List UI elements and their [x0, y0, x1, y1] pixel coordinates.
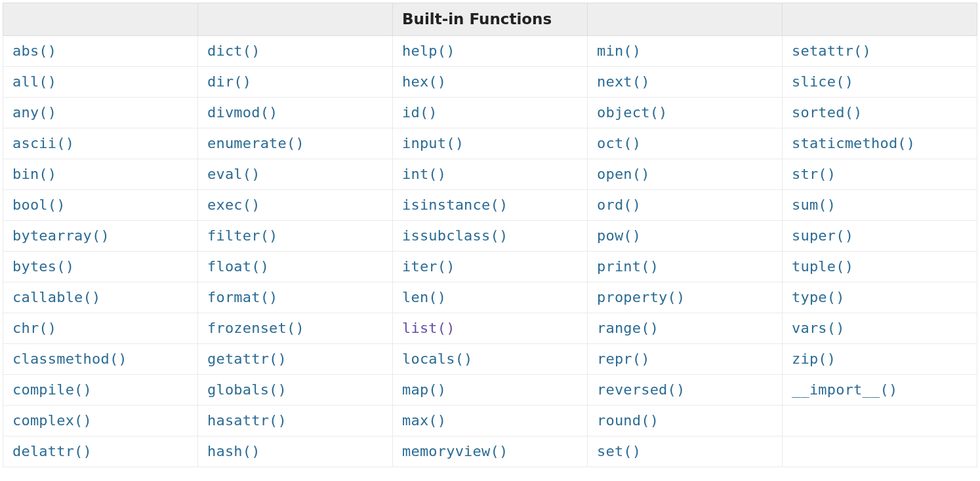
function-link[interactable]: bin() [12, 166, 56, 182]
function-link[interactable]: memoryview() [402, 443, 508, 459]
col-header [3, 3, 198, 36]
function-link[interactable]: isinstance() [402, 197, 508, 213]
col-header [588, 3, 783, 36]
table-cell: exec() [198, 190, 393, 221]
function-link[interactable]: eval() [207, 166, 260, 182]
function-link[interactable]: str() [792, 166, 836, 182]
function-link[interactable]: delattr() [12, 443, 92, 459]
function-link[interactable]: bool() [12, 197, 66, 213]
function-link[interactable]: exec() [207, 197, 260, 213]
function-link[interactable]: tuple() [792, 258, 853, 275]
function-link[interactable]: issubclass() [402, 227, 508, 244]
function-link[interactable]: len() [402, 289, 446, 305]
function-link[interactable]: complex() [12, 412, 92, 429]
table-cell: eval() [198, 159, 393, 190]
function-link[interactable]: sum() [792, 197, 836, 213]
table-row: chr()frozenset()list()range()vars() [3, 313, 977, 344]
table-cell: map() [393, 375, 588, 406]
table-cell: repr() [588, 344, 783, 375]
table-cell: oct() [588, 128, 783, 159]
table-cell: hex() [393, 67, 588, 98]
function-link[interactable]: oct() [597, 135, 641, 151]
function-link[interactable]: help() [402, 43, 455, 59]
table-cell: str() [783, 159, 977, 190]
function-link[interactable]: reversed() [597, 381, 685, 398]
function-link[interactable]: repr() [597, 351, 650, 367]
function-link[interactable]: hash() [207, 443, 260, 459]
function-link[interactable]: hex() [402, 73, 446, 90]
function-link[interactable]: id() [402, 104, 438, 121]
table-row: complex()hasattr()max()round() [3, 406, 977, 436]
table-cell: range() [588, 313, 783, 344]
function-link[interactable]: set() [597, 443, 641, 459]
builtins-table: Built-in Functions abs()dict()help()min(… [3, 3, 977, 467]
function-link[interactable]: type() [792, 289, 845, 305]
function-link[interactable]: compile() [12, 381, 92, 398]
function-link[interactable]: enumerate() [207, 135, 304, 151]
function-link[interactable]: max() [402, 412, 446, 429]
function-link[interactable]: locals() [402, 351, 473, 367]
function-link[interactable]: iter() [402, 258, 455, 275]
function-link[interactable]: slice() [792, 73, 853, 90]
function-link[interactable]: bytearray() [12, 227, 110, 244]
function-link[interactable]: staticmethod() [792, 135, 915, 151]
table-cell: min() [588, 36, 783, 67]
table-row: abs()dict()help()min()setattr() [3, 36, 977, 67]
function-link[interactable]: hasattr() [207, 412, 287, 429]
function-link[interactable]: range() [597, 320, 659, 336]
function-link[interactable]: callable() [12, 289, 100, 305]
table-cell: vars() [783, 313, 977, 344]
function-link[interactable]: dir() [207, 73, 251, 90]
table-row: all()dir()hex()next()slice() [3, 67, 977, 98]
function-link[interactable]: print() [597, 258, 659, 275]
table-row: callable()format()len()property()type() [3, 282, 977, 313]
table-cell: round() [588, 406, 783, 436]
function-link[interactable]: input() [402, 135, 464, 151]
function-link[interactable]: getattr() [207, 351, 287, 367]
table-cell [783, 406, 977, 436]
function-link[interactable]: dict() [207, 43, 260, 59]
function-link[interactable]: super() [792, 227, 853, 244]
function-link[interactable]: list() [402, 320, 455, 336]
function-link[interactable]: round() [597, 412, 659, 429]
table-cell: hasattr() [198, 406, 393, 436]
table-cell: input() [393, 128, 588, 159]
table-cell: float() [198, 252, 393, 282]
function-link[interactable]: setattr() [792, 43, 871, 59]
function-link[interactable]: map() [402, 381, 446, 398]
function-link[interactable]: classmethod() [12, 351, 127, 367]
function-link[interactable]: vars() [792, 320, 845, 336]
function-link[interactable]: next() [597, 73, 650, 90]
function-link[interactable]: filter() [207, 227, 278, 244]
table-row: bytes()float()iter()print()tuple() [3, 252, 977, 282]
function-link[interactable]: ord() [597, 197, 641, 213]
function-link[interactable]: open() [597, 166, 650, 182]
table-cell: iter() [393, 252, 588, 282]
function-link[interactable]: abs() [12, 43, 56, 59]
function-link[interactable]: all() [12, 73, 56, 90]
function-link[interactable]: float() [207, 258, 269, 275]
col-header [783, 3, 977, 36]
table-cell: type() [783, 282, 977, 313]
function-link[interactable]: chr() [12, 320, 56, 336]
function-link[interactable]: property() [597, 289, 685, 305]
function-link[interactable]: divmod() [207, 104, 278, 121]
function-link[interactable]: min() [597, 43, 641, 59]
function-link[interactable]: ascii() [12, 135, 74, 151]
function-link[interactable]: globals() [207, 381, 287, 398]
table-row: bool()exec()isinstance()ord()sum() [3, 190, 977, 221]
function-link[interactable]: __import__() [792, 381, 897, 398]
function-link[interactable]: bytes() [12, 258, 74, 275]
table-cell: bytearray() [3, 221, 198, 252]
function-link[interactable]: any() [12, 104, 56, 121]
function-link[interactable]: sorted() [792, 104, 863, 121]
table-cell: sum() [783, 190, 977, 221]
function-link[interactable]: object() [597, 104, 668, 121]
function-link[interactable]: int() [402, 166, 446, 182]
table-cell [783, 436, 977, 467]
table-cell: frozenset() [198, 313, 393, 344]
function-link[interactable]: zip() [792, 351, 836, 367]
function-link[interactable]: pow() [597, 227, 641, 244]
function-link[interactable]: format() [207, 289, 278, 305]
function-link[interactable]: frozenset() [207, 320, 304, 336]
